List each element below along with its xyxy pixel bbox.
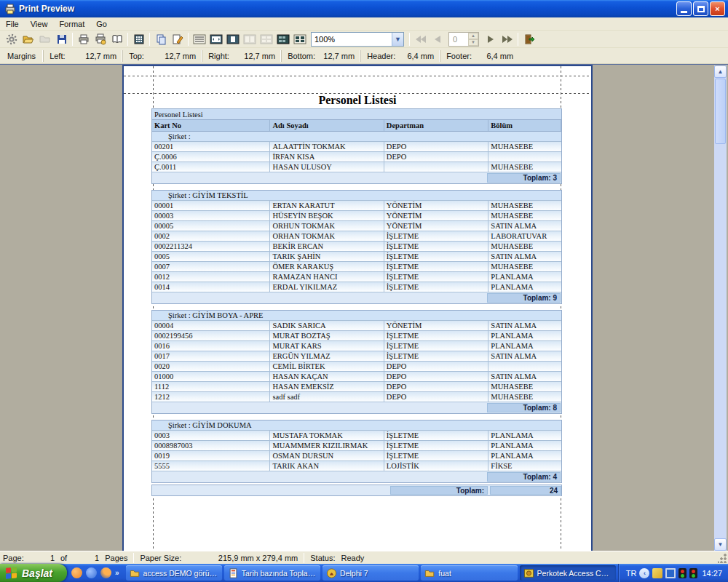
windows-flag-icon	[6, 567, 18, 580]
book-icon[interactable]	[108, 31, 125, 47]
status-bar: Page: 1 of 1 Pages Paper Size: 215,9 mm …	[0, 551, 728, 564]
table-cell: 0007	[152, 262, 270, 271]
view-four-pages-icon	[258, 31, 274, 47]
close-button[interactable]: ×	[710, 1, 725, 16]
scroll-down-icon[interactable]: ▼	[714, 538, 727, 551]
table-row: 0016MURAT KARSİŞLETMEPLANLAMA	[152, 341, 561, 351]
margin-item: Bottom:12,7 mm	[281, 50, 360, 62]
quick-launch-more-icon[interactable]: »	[115, 569, 119, 577]
table-cell: YÖNETİM	[384, 211, 488, 220]
zoom-select[interactable]: 100% ▼	[311, 32, 404, 47]
table-cell: PLANLAMA	[488, 441, 561, 450]
minimize-button[interactable]	[676, 1, 692, 16]
taskbar-button[interactable]: Perkotek Access Control	[520, 565, 616, 581]
report-icon	[228, 568, 239, 578]
table-cell: SATIN ALMA	[488, 351, 561, 361]
print-setup-icon[interactable]	[92, 31, 108, 47]
spinner-up-icon[interactable]: ▲	[468, 33, 478, 39]
taskbar-button[interactable]: Tarih bazında Toplam...	[224, 565, 320, 581]
table-cell: BEKİR ERCAN	[270, 242, 384, 251]
table-cell: İŞLETME	[384, 262, 488, 271]
edit-page-icon[interactable]	[169, 31, 186, 47]
taskbar-button[interactable]: fuat	[421, 565, 517, 581]
view-fit-icon[interactable]	[291, 31, 308, 47]
quick-launch-app1-icon[interactable]	[71, 567, 82, 578]
menu-file[interactable]: File	[0, 18, 25, 30]
menu-format[interactable]: Format	[53, 18, 90, 30]
delphi-icon	[326, 568, 337, 578]
nav-next-icon[interactable]	[482, 31, 499, 47]
table-cell: İŞLETME	[384, 431, 488, 440]
open-folder-icon[interactable]	[20, 31, 36, 47]
resize-grip[interactable]	[718, 554, 727, 563]
taskbar-button[interactable]: access DEMO görünt...	[126, 565, 222, 581]
tray-display-icon[interactable]	[665, 568, 676, 578]
preview-area[interactable]: Personel Listesi Personel Listesi Kart N…	[0, 64, 728, 551]
table-row: 0017ERGÜN YILMAZİŞLETMESATIN ALMA	[152, 351, 561, 362]
table-cell: İŞLETME	[384, 272, 488, 282]
table-cell: YÖNETİM	[384, 221, 488, 231]
folder-icon	[130, 568, 141, 578]
quick-launch-browser-icon[interactable]	[100, 567, 111, 578]
thumbnails-icon[interactable]	[130, 31, 147, 47]
app-icon	[4, 3, 16, 15]
menu-go[interactable]: Go	[90, 18, 113, 30]
header-margin-guide	[124, 76, 591, 76]
scroll-up-icon[interactable]: ▲	[714, 65, 727, 78]
table-cell: İŞLETME	[384, 351, 488, 361]
window-title: Print Preview	[19, 4, 675, 14]
zoom-value: 100%	[312, 35, 392, 44]
table-cell: ERTAN KARATUT	[270, 201, 384, 210]
scrollbar-thumb[interactable]	[715, 79, 726, 144]
status-label: Status:	[307, 554, 338, 562]
language-indicator[interactable]: TR	[626, 569, 637, 578]
settings-icon[interactable]	[3, 31, 20, 47]
nav-last-icon[interactable]	[499, 31, 515, 47]
view-page-width-icon[interactable]	[207, 31, 224, 47]
table-cell: ALAATTİN TOKMAK	[270, 142, 384, 151]
tray-chevron-icon[interactable]: ‹	[639, 568, 649, 578]
grand-total-label: Toplam:	[390, 486, 488, 495]
vertical-scrollbar[interactable]: ▲ ▼	[714, 65, 727, 551]
group-total-row: Toplam: 8	[152, 402, 561, 413]
folder-icon	[36, 31, 53, 47]
view-grid-icon[interactable]	[274, 31, 291, 47]
chevron-down-icon[interactable]: ▼	[392, 33, 403, 46]
quick-launch-app2-icon[interactable]	[86, 567, 97, 578]
table-cell: MUHASEBE	[488, 382, 561, 391]
page-number-spinner[interactable]: 0 ▲▼	[448, 32, 479, 47]
table-cell: PLANLAMA	[488, 451, 561, 461]
table-cell: 0014	[152, 282, 270, 292]
table-cell: FİKSE	[488, 461, 561, 471]
tray-app-icon[interactable]	[652, 568, 662, 578]
column-header: Kart No	[152, 120, 270, 131]
menu-view[interactable]: View	[25, 18, 54, 30]
table-cell: MUHASEBE	[488, 201, 561, 210]
status-value: Ready	[339, 554, 368, 562]
exit-icon[interactable]	[521, 31, 537, 47]
start-button[interactable]: Başlat	[0, 564, 67, 582]
maximize-button[interactable]	[693, 1, 708, 16]
margins-items: Left:12,7 mmTop:12,7 mmRight:12,7 mmBott…	[43, 50, 519, 62]
group-total-box: Toplam: 4	[487, 472, 561, 482]
table-cell: 0002	[152, 231, 270, 241]
margin-value: 12,7 mm	[161, 52, 196, 60]
view-report-icon[interactable]	[191, 31, 207, 47]
view-single-page-icon[interactable]	[224, 31, 241, 47]
copy-pages-icon[interactable]	[152, 31, 169, 47]
save-icon[interactable]	[53, 31, 70, 47]
margin-label: Left:	[50, 52, 82, 60]
print-icon[interactable]	[75, 31, 92, 47]
spinner-down-icon[interactable]: ▼	[468, 39, 478, 46]
table-cell: 0002211324	[152, 242, 270, 251]
table-row: 0020CEMİL BİRTEKDEPO	[152, 362, 561, 372]
margin-item: Header:6,4 mm	[360, 50, 440, 62]
taskbar-button[interactable]: Delphi 7	[323, 565, 419, 581]
table-cell: İŞLETME	[384, 282, 488, 292]
tray-status-icon[interactable]	[678, 568, 687, 578]
title-bar: Print Preview ×	[0, 0, 728, 17]
table-cell: 0016	[152, 341, 270, 351]
table-row: 00005ORHUN TOKMAKYÖNETİMSATIN ALMA	[152, 221, 561, 231]
menu-bar: File View Format Go	[0, 17, 728, 31]
tray-status-icon[interactable]	[689, 568, 697, 578]
